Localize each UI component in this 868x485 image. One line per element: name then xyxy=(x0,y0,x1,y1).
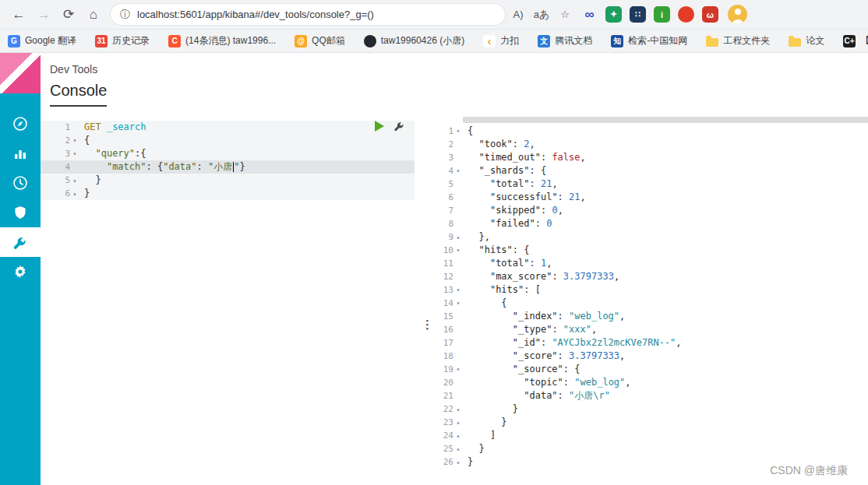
fold-toggle-icon[interactable]: ▴ xyxy=(70,187,79,200)
bookmark-item[interactable]: C(14条消息) taw1996... xyxy=(168,34,276,47)
gutter: 10▾ xyxy=(436,244,463,257)
fold-toggle-icon[interactable]: ▾ xyxy=(453,164,463,177)
fold-toggle-icon[interactable]: ▴ xyxy=(453,230,463,244)
code-line: 6 "successful": 21, xyxy=(436,191,868,204)
info-extension-icon[interactable]: i xyxy=(654,6,670,23)
fold-toggle-icon[interactable]: ▴ xyxy=(453,455,463,469)
navy-extension-icon[interactable]: ∷ xyxy=(630,6,646,23)
code-token: "timed_out" xyxy=(478,152,540,163)
request-editor[interactable]: 1GET _search2▾{3▾ "query":{4 "match": {"… xyxy=(41,117,415,485)
profile-avatar[interactable] xyxy=(728,5,747,24)
code-line[interactable]: 4 "match": {"data": "小唐"} xyxy=(41,160,415,174)
sidebar-item-monitoring[interactable] xyxy=(0,198,41,227)
drag-handle-icon[interactable]: ⋮ xyxy=(422,318,433,332)
sidebar-item-timelion[interactable] xyxy=(0,168,41,198)
code-line[interactable]: 3▾ "query":{ xyxy=(41,147,415,160)
bookmark-item[interactable]: GGoogle 翻译 xyxy=(8,34,76,47)
wrench-icon xyxy=(12,234,28,250)
code-token xyxy=(468,244,478,255)
bookmark-item[interactable]: taw19960426 (小唐) xyxy=(364,34,464,47)
code-token: "successful" xyxy=(490,192,558,202)
read-aloud-icon[interactable]: A) xyxy=(508,5,528,25)
gutter: 13▾ xyxy=(436,283,463,297)
fold-toggle-icon[interactable]: ▾ xyxy=(453,297,463,310)
line-number: 23 xyxy=(443,416,453,429)
code-line[interactable]: 5▴ } xyxy=(41,174,415,187)
translate-icon[interactable]: aあ xyxy=(531,5,552,25)
forward-icon[interactable]: → xyxy=(31,2,56,27)
code-token: "topic" xyxy=(524,377,563,388)
code-text: "data": "小唐\r" xyxy=(463,389,610,402)
code-line: 14▾ { xyxy=(436,297,868,310)
bookmark-item[interactable]: 知检索-中国知网 xyxy=(611,34,687,47)
bookmark-item[interactable]: ‹力扣 xyxy=(483,34,519,47)
fold-toggle-icon[interactable]: ▾ xyxy=(453,244,463,257)
gutter: 21 xyxy=(436,389,463,402)
fold-toggle-icon[interactable]: ▾ xyxy=(453,363,463,376)
green-extension-icon[interactable]: ✦ xyxy=(605,6,622,23)
tab-console[interactable]: Console xyxy=(50,82,107,107)
code-line[interactable]: 6▴} xyxy=(41,187,415,200)
code-line: 4▾ "_shards": { xyxy=(436,164,868,177)
red-circle-extension-icon[interactable] xyxy=(678,6,694,23)
horizontal-scrollbar[interactable] xyxy=(463,117,868,123)
sidebar-item-discover[interactable] xyxy=(0,109,41,139)
code-text: { xyxy=(463,125,473,138)
bookmark-item[interactable]: 文腾讯文档 xyxy=(538,34,592,47)
fold-toggle-icon[interactable]: ▴ xyxy=(453,442,463,455)
code-text: "match": {"data": "小唐"} xyxy=(79,160,245,174)
infinity-extension-icon[interactable]: ∞ xyxy=(581,6,598,23)
code-token: "data" xyxy=(163,161,196,172)
back-icon[interactable]: ← xyxy=(6,2,31,27)
pane-divider[interactable]: ⋮ xyxy=(415,117,436,485)
kibana-logo[interactable] xyxy=(0,53,41,93)
fold-toggle-icon[interactable]: ▴ xyxy=(453,402,463,416)
code-text: "_shards": { xyxy=(463,164,546,177)
code-token: 21 xyxy=(569,192,580,202)
code-token xyxy=(468,390,524,401)
code-text: "_source": { xyxy=(463,363,580,376)
fold-toggle-icon[interactable]: ▾ xyxy=(70,147,79,160)
fold-toggle-icon[interactable]: ▴ xyxy=(70,174,79,187)
fold-toggle-icon[interactable]: ▾ xyxy=(453,283,463,297)
home-icon[interactable]: ⌂ xyxy=(81,2,106,27)
code-token: : { xyxy=(529,165,546,176)
fold-toggle-icon[interactable]: ▴ xyxy=(453,416,463,429)
red-badge-extension-icon[interactable]: ω xyxy=(702,6,718,23)
main-content: Dev Tools Console 1GET _search2▾{3▾ "que… xyxy=(41,53,868,485)
bookmark-item[interactable]: @QQ邮箱 xyxy=(295,34,345,47)
code-token: , xyxy=(580,152,586,163)
code-text: } xyxy=(79,174,101,187)
code-token: : xyxy=(529,178,540,189)
address-bar[interactable]: ⓘ localhost:5601/app/kibana#/dev_tools/c… xyxy=(111,4,505,25)
refresh-icon[interactable]: ⟳ xyxy=(56,2,81,27)
bookmark-item[interactable]: 论文 xyxy=(789,34,824,47)
gutter: 18 xyxy=(436,350,463,363)
code-line: 19▾ "_source": { xyxy=(436,363,868,376)
sidebar-item-visualize[interactable] xyxy=(0,139,41,168)
code-line: 21 "data": "小唐\r" xyxy=(436,389,868,402)
console-editor: 1GET _search2▾{3▾ "query":{4 "match": {"… xyxy=(41,117,868,485)
fold-toggle-icon[interactable]: ▾ xyxy=(453,125,463,138)
code-token xyxy=(468,139,478,149)
favorites-icon[interactable]: ☆ xyxy=(555,5,575,25)
bookmark-item[interactable]: 工程文件夹 xyxy=(706,34,770,47)
code-line[interactable]: 1GET _search xyxy=(41,121,415,134)
sidebar-item-dev-tools[interactable] xyxy=(0,227,41,257)
fold-toggle-icon[interactable]: ▾ xyxy=(70,134,79,147)
bookmark-item[interactable]: C+【C++工程 xyxy=(843,34,868,47)
fold-toggle-icon[interactable]: ▴ xyxy=(453,429,463,442)
code-line[interactable]: 2▾{ xyxy=(41,134,415,147)
code-token: "match" xyxy=(107,161,146,172)
sidebar-item-management[interactable] xyxy=(0,257,41,286)
code-text: } xyxy=(463,455,473,469)
bookmark-item[interactable]: 31历史记录 xyxy=(95,34,150,47)
bookmark-label: 腾讯文档 xyxy=(555,34,592,47)
request-settings-icon[interactable] xyxy=(393,120,405,132)
code-token: : { xyxy=(513,244,530,255)
site-info-icon[interactable]: ⓘ xyxy=(120,8,130,22)
gutter: 15 xyxy=(436,310,463,323)
code-token: , xyxy=(552,178,557,189)
code-token: "_id" xyxy=(513,337,541,348)
send-request-button[interactable] xyxy=(375,121,384,132)
